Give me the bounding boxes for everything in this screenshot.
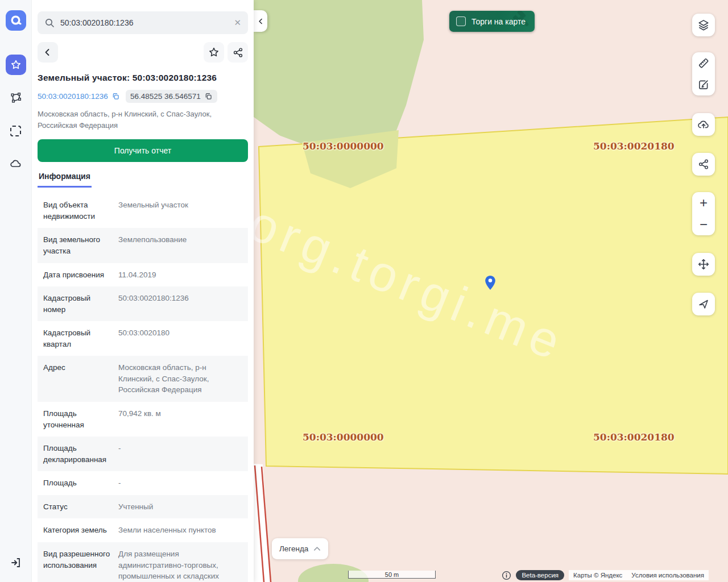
search-icon [44,18,55,28]
page-title: Земельный участок: 50:03:0020180:1236 [38,73,248,83]
cloud-icon [9,157,23,171]
row-label: Категория земель [43,525,118,536]
sidebar-item-favorites[interactable] [6,55,26,75]
chevron-left-icon [257,18,264,25]
tab-bar: Информация [38,171,248,188]
row-value: Земли населенных пунктов [118,525,242,536]
coordinates-chip[interactable]: 56.48525 36.546571 [126,90,217,103]
info-panel: ✕ Земельны [32,0,254,582]
zoom-out-button[interactable]: − [692,214,715,235]
table-row: Площадь декларированная- [38,436,248,471]
table-row: СтатусУчтенный [38,495,248,519]
torgi-on-map-toggle[interactable]: Торги на карте [449,11,535,32]
info-icon[interactable] [502,571,511,580]
table-row: Вид разрешенного использованияДля размещ… [38,542,248,582]
search-input[interactable] [60,18,228,27]
cadastral-number-link[interactable]: 50:03:0020180:1236 [38,92,120,101]
table-row: Площадь уточненная70,942 кв. м [38,402,248,436]
edit-pencil-icon [697,78,710,91]
beta-badge: Beta-версия [516,570,564,580]
minus-icon: − [700,218,708,231]
row-label: Кадастровый номер [43,293,118,315]
move-icon [697,258,710,271]
copyright-strip: Карты © Яндекс Условия использования [569,570,709,580]
favorite-button[interactable] [204,42,224,63]
row-label: Вид разрешенного использования [43,548,118,582]
get-report-button[interactable]: Получить отчет [38,139,248,162]
row-value: 70,942 кв. м [118,408,242,430]
row-value: Учтенный [118,501,242,513]
locate-me-button[interactable] [692,293,715,315]
row-value: 50:03:0020180 [118,327,242,350]
row-value: Для размещения административно-торговых,… [118,548,242,582]
share-icon [698,159,709,170]
row-label: Площадь уточненная [43,408,118,430]
cadastral-number-text: 50:03:0020180:1236 [38,92,108,101]
measure-edit-group [692,52,715,95]
sidebar-item-cloud[interactable] [6,153,26,174]
star-outline-icon [208,47,220,58]
terms-of-use-link[interactable]: Условия использования [631,572,704,579]
plus-icon: + [700,196,708,210]
coordinates-text: 56.48525 36.546571 [130,92,201,101]
yandex-copyright-link[interactable]: Карты © Яндекс [573,572,622,579]
pan-mode-button[interactable] [692,253,715,276]
map-attribution: Beta-версия Карты © Яндекс Условия испол… [502,570,709,580]
sidebar-item-polygon-tool[interactable] [6,88,26,108]
zoom-in-button[interactable]: + [692,192,715,214]
row-value: 50:03:0020180:1236 [118,293,242,315]
back-button[interactable] [38,42,58,63]
scale-label: 50 m [385,571,399,578]
table-row: Вид земельного участкаЗемлепользование [38,228,248,263]
row-value: 11.04.2019 [118,269,242,281]
copy-icon[interactable] [204,92,213,101]
row-label: Дата присвоения [43,269,118,281]
app-root: ✕ Земельны [0,0,728,582]
row-value: Землепользование [118,234,242,256]
table-row: Площадь- [38,471,248,495]
share-icon [233,47,243,58]
star-icon [10,59,22,70]
search-box[interactable]: ✕ [38,11,248,34]
cloud-upload-icon [697,118,710,131]
address-text: Московская область, р-н Клинский, с Спас… [38,109,248,131]
map-canvas[interactable]: torg.torgi.me 50:03:0000000 50:03:002018… [254,0,728,582]
row-label: Площадь [43,477,118,489]
torgi-label: Торги на карте [471,17,526,26]
select-area-icon [10,126,21,136]
map-pin-icon [485,276,495,290]
table-row: Дата присвоения11.04.2019 [38,263,248,287]
torgi-checkbox[interactable] [456,16,466,26]
clear-search-icon[interactable]: ✕ [234,18,241,28]
table-row: Категория земельЗемли населенных пунктов [38,518,248,542]
layers-icon [697,19,710,31]
layers-button[interactable] [692,14,715,36]
upload-button[interactable] [692,113,715,136]
info-table: Вид объекта недвижимостиЗемельный участо… [38,193,248,582]
chevron-left-icon [43,48,52,57]
ruler-icon [697,57,710,69]
app-logo-icon [10,14,22,27]
share-button[interactable] [228,42,248,63]
zoom-group: + − [692,192,715,235]
map-scale-bar: 50 m [348,571,436,579]
map-pin[interactable] [485,276,495,290]
collapse-panel-button[interactable] [254,10,267,32]
tab-information[interactable]: Информация [38,172,92,188]
app-logo[interactable] [6,10,26,31]
row-label: Адрес [43,362,118,396]
map-share-button[interactable] [692,153,715,176]
sign-in-button[interactable] [6,552,26,573]
draw-edit-button[interactable] [692,74,715,95]
sidebar-item-select-area[interactable] [6,120,26,141]
table-row: АдресМосковская область, р-н Клинский, с… [38,356,248,402]
legend-button[interactable]: Легенда [272,538,328,559]
row-label: Кадастровый квартал [43,327,118,350]
polygon-tool-icon [10,92,22,104]
table-row: Кадастровый номер50:03:0020180:1236 [38,286,248,321]
icon-rail [0,0,32,582]
legend-label: Легенда [279,544,308,553]
ruler-button[interactable] [692,52,715,74]
table-row: Вид объекта недвижимостиЗемельный участо… [38,193,248,228]
copy-icon[interactable] [111,92,120,101]
